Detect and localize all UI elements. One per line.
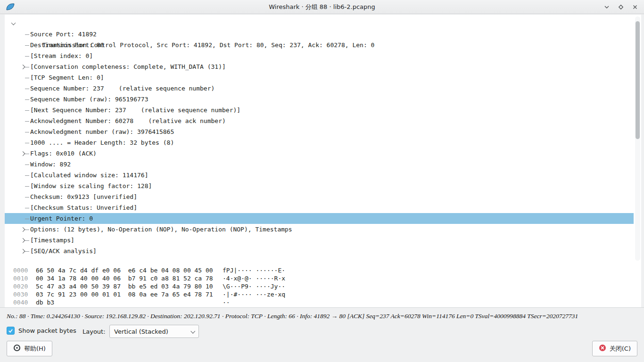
tree-row[interactable]: [Conversation completeness: Complete, WI… — [5, 61, 634, 72]
tree-row[interactable]: [SEQ/ACK analysis] — [5, 246, 634, 256]
button-row: 帮助(H) 关闭(C) — [7, 341, 637, 357]
hex-row[interactable]: 000066 50 4a 7c d4 df e0 06 e6 c4 be 04 … — [5, 266, 641, 274]
tree-item-label: [SEQ/ACK analysis] — [30, 247, 97, 255]
tree-row[interactable]: Sequence Number: 237 (relative sequence … — [5, 83, 634, 94]
tree-item-label: Flags: 0x010 (ACK) — [30, 150, 97, 157]
expand-arrow-icon[interactable] — [21, 238, 25, 243]
maximize-button[interactable] — [617, 3, 625, 11]
tree-branch-line — [25, 67, 29, 67]
tree-item-label: Sequence Number: 237 (relative sequence … — [30, 85, 215, 92]
tree-branch-line — [25, 89, 29, 89]
tree-branch-line — [25, 34, 29, 35]
tree-item-label: Checksum: 0x9123 [unverified] — [30, 193, 137, 200]
tree-branch-line — [25, 143, 29, 143]
hex-ascii: ·4·x@·@· ·····R·x — [223, 274, 285, 282]
footer-controls: Show packet bytes Layout: Vertical (Stac… — [7, 325, 637, 338]
hex-ascii: ·· — [223, 298, 230, 306]
vertical-scrollbar[interactable] — [635, 16, 640, 261]
tree-item-label: [Window size scaling factor: 128] — [30, 182, 152, 189]
close-window-button[interactable] — [631, 3, 639, 11]
hex-offset: 0040 — [13, 298, 36, 306]
tree-branch-line — [25, 121, 29, 122]
tree-row[interactable]: [Next Sequence Number: 237 (relative seq… — [5, 105, 634, 115]
help-button[interactable]: 帮助(H) — [7, 341, 52, 356]
tree-row[interactable]: [Calculated window size: 114176] — [5, 170, 634, 181]
close-button[interactable]: 关闭(C) — [592, 341, 637, 356]
hex-bytes: 5c 47 a3 a4 00 50 39 87 bb e5 ed 03 4a 7… — [36, 282, 223, 290]
tree-branch-line — [25, 175, 29, 176]
tree-item-label: [Calculated window size: 114176] — [30, 172, 148, 179]
checkbox-checked-icon[interactable] — [7, 327, 15, 335]
tree-row[interactable]: Acknowledgment Number: 60278 (relative a… — [5, 115, 634, 126]
tree-row[interactable]: Checksum: 0x9123 [unverified] — [5, 191, 634, 202]
hex-row[interactable]: 00205c 47 a3 a4 00 50 39 87 bb e5 ed 03 … — [5, 282, 641, 290]
tree-item-label: Destination Port: 80 — [30, 41, 104, 49]
tree-row[interactable]: [TCP Segment Len: 0] — [5, 72, 634, 83]
tree-row[interactable]: Flags: 0x010 (ACK) — [5, 148, 634, 159]
tree-branch-line — [25, 78, 29, 78]
expand-arrow-icon[interactable] — [21, 249, 25, 254]
hex-offset: 0000 — [13, 266, 36, 274]
hex-bytes: 03 7c 91 23 00 00 01 01 08 0a ee 7a 65 e… — [36, 290, 223, 298]
tree-item-label: Acknowledgment number (raw): 3976415865 — [30, 128, 174, 135]
tree-row-tcp-root[interactable]: Transmission Control Protocol, Src Port:… — [5, 18, 634, 29]
minimize-button[interactable] — [603, 3, 611, 11]
tree-item-label: [Checksum Status: Unverified] — [30, 204, 137, 211]
tree-item-label: [Next Sequence Number: 237 (relative seq… — [30, 107, 240, 114]
hex-ascii: ·|·#···· ···ze·xq — [223, 290, 285, 298]
hex-ascii: fPJ|···· ······E· — [223, 266, 285, 274]
packet-detail-tree: Transmission Control Protocol, Src Port:… — [5, 15, 641, 256]
tree-item-label: [TCP Segment Len: 0] — [30, 74, 104, 81]
tree-row[interactable]: [Window size scaling factor: 128] — [5, 181, 634, 191]
tree-branch-line — [25, 165, 29, 165]
tree-row[interactable]: Options: (12 bytes), No-Operation (NOP),… — [5, 224, 634, 235]
tree-row[interactable]: [Checksum Status: Unverified] — [5, 202, 634, 213]
tree-row[interactable]: 1000 .... = Header Length: 32 bytes (8) — [5, 137, 634, 148]
hex-row[interactable]: 0040db b3·· — [5, 298, 641, 306]
scrollbar-thumb[interactable] — [636, 21, 640, 139]
tree-row[interactable]: Acknowledgment number (raw): 3976415865 — [5, 126, 634, 137]
packet-panes: Transmission Control Protocol, Src Port:… — [5, 15, 641, 307]
tree-row[interactable]: [Timestamps] — [5, 235, 634, 246]
tree-item-label: Options: (12 bytes), No-Operation (NOP),… — [30, 226, 292, 233]
layout-select[interactable]: Vertical (Stacked) — [109, 325, 199, 338]
hex-bytes: 00 34 1a 78 40 00 40 06 b7 91 c0 a8 81 5… — [36, 274, 223, 282]
tree-row-selected[interactable]: Urgent Pointer: 0 — [5, 213, 634, 224]
tree-branch-line — [25, 240, 29, 241]
tree-branch-line — [25, 132, 29, 132]
window-controls — [603, 0, 639, 14]
collapse-arrow-icon[interactable] — [11, 20, 16, 25]
tree-branch-line — [25, 56, 29, 57]
hex-row[interactable]: 003003 7c 91 23 00 00 01 01 08 0a ee 7a … — [5, 290, 641, 298]
tree-item-label: [Conversation completeness: Complete, WI… — [30, 63, 226, 70]
dialog-footer: No.: 88 · Time: 0.244264130 · Source: 19… — [0, 307, 644, 362]
hex-offset: 0030 — [13, 290, 36, 298]
hex-row[interactable]: 001000 34 1a 78 40 00 40 06 b7 91 c0 a8 … — [5, 274, 641, 282]
tree-row[interactable]: Sequence Number (raw): 965196773 — [5, 94, 634, 105]
expand-arrow-icon[interactable] — [21, 151, 25, 156]
window-title: Wireshark · 分组 88 · lib6-2.pcapng — [269, 3, 375, 11]
tree-branch-line — [25, 197, 29, 197]
tree-branch-line — [25, 208, 29, 208]
tree-row[interactable]: [Stream index: 0] — [5, 50, 634, 61]
help-button-label: 帮助(H) — [24, 345, 46, 353]
tree-item-label: [Timestamps] — [30, 237, 74, 244]
tree-branch-line — [25, 99, 29, 100]
close-dialog-icon — [599, 344, 606, 353]
tree-branch-line — [25, 154, 29, 154]
tree-branch-line — [25, 45, 29, 46]
expand-arrow-icon[interactable] — [21, 227, 25, 232]
tree-row[interactable]: Window: 892 — [5, 159, 634, 170]
tree-branch-line — [25, 186, 29, 187]
tree-item-label: 1000 .... = Header Length: 32 bytes (8) — [30, 139, 174, 146]
tree-row[interactable]: Source Port: 41892 — [5, 29, 634, 40]
tree-item-label: Window: 892 — [30, 161, 71, 168]
show-packet-bytes-checkbox[interactable]: Show packet bytes — [7, 327, 76, 335]
close-button-label: 关闭(C) — [610, 345, 631, 353]
layout-label: Layout: — [83, 328, 106, 335]
tree-row[interactable]: Destination Port: 80 — [5, 40, 634, 50]
tree-branch-line — [25, 219, 29, 219]
tree-item-label: [Stream index: 0] — [30, 52, 93, 59]
show-packet-bytes-label: Show packet bytes — [18, 327, 76, 334]
expand-arrow-icon[interactable] — [21, 65, 25, 69]
